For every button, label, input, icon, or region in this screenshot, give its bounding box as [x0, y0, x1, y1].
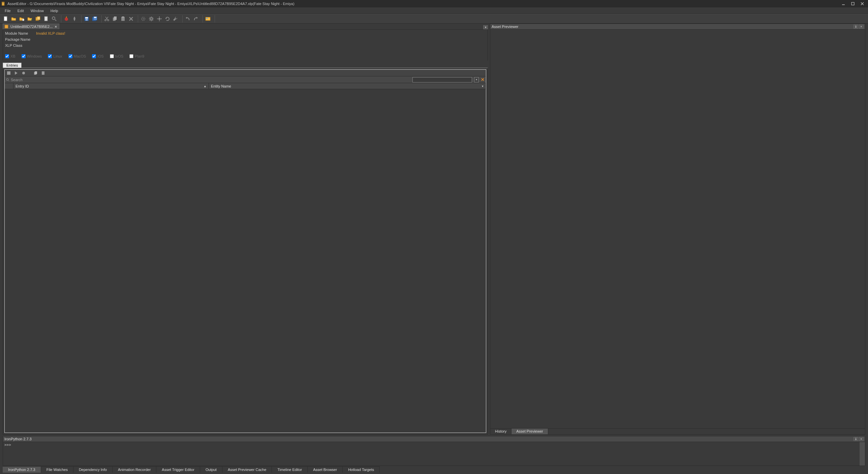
open-folder-button[interactable] — [18, 15, 26, 23]
svg-point-13 — [65, 18, 68, 21]
toolbar-separator-2 — [80, 15, 82, 23]
bottom-tab-animation-recorder[interactable]: Animation Recorder — [113, 466, 156, 473]
save-button[interactable] — [83, 15, 90, 23]
console-pin-button[interactable] — [854, 437, 858, 441]
menu-edit[interactable]: Edit — [15, 8, 27, 13]
main-toolbar — [0, 14, 868, 24]
connect-button[interactable] — [140, 15, 147, 23]
checkbox-macos-label: MacOS — [74, 54, 86, 58]
console-scrollbar[interactable] — [860, 442, 865, 466]
circle-entry-button[interactable] — [21, 70, 26, 76]
svg-line-37 — [150, 17, 150, 18]
filter-input[interactable] — [412, 77, 472, 82]
wrench-button[interactable] — [172, 15, 179, 23]
svg-point-31 — [143, 19, 144, 20]
grid-corner-cell[interactable] — [5, 83, 13, 89]
flame-button[interactable] — [71, 15, 78, 23]
checkbox-ios[interactable] — [92, 54, 96, 58]
svg-rect-16 — [86, 19, 88, 21]
open-multi-button[interactable] — [34, 15, 42, 23]
search-button[interactable] — [51, 15, 58, 23]
bottom-tab-asset-trigger-editor[interactable]: Asset Trigger Editor — [156, 466, 200, 473]
gear-button[interactable] — [148, 15, 155, 23]
checkbox-macos[interactable] — [68, 54, 72, 58]
undo-button[interactable] — [184, 15, 191, 23]
svg-rect-52 — [35, 71, 37, 74]
checkbox-plan9[interactable] — [129, 54, 133, 58]
panel-close-button[interactable]: × — [859, 25, 864, 29]
checkbox-windows[interactable] — [22, 54, 26, 58]
world-builder-button[interactable] — [204, 15, 212, 23]
bottom-tab-asset-previewer-cache[interactable]: Asset Previewer Cache — [222, 466, 272, 473]
copy-entry-button[interactable] — [33, 70, 38, 76]
xlp-class-label: XLP Class — [5, 43, 32, 47]
menu-file[interactable]: File — [2, 8, 13, 13]
svg-point-41 — [158, 18, 160, 20]
new-file-button[interactable] — [2, 15, 9, 23]
svg-rect-3 — [851, 2, 854, 5]
svg-point-11 — [52, 17, 55, 20]
clear-filter-button[interactable]: ✕ — [481, 77, 485, 82]
tab-asset-previewer[interactable]: Asset Previewer — [512, 429, 548, 434]
column-entry-id[interactable]: Entry ID ▲ — [13, 83, 209, 89]
bottom-tab-dependency-info[interactable]: Dependency Info — [73, 466, 113, 473]
add-entry-button[interactable] — [6, 70, 11, 76]
console-body[interactable]: >>> — [3, 442, 865, 466]
svg-rect-27 — [122, 16, 124, 18]
bottom-tab-hotload-targets[interactable]: Hotload Targets — [343, 466, 380, 473]
bottom-tab-ironpython[interactable]: IronPython 2.7.3 — [3, 466, 41, 473]
redo-button[interactable] — [192, 15, 199, 23]
copy-button[interactable] — [111, 15, 119, 23]
play-entry-button[interactable] — [13, 70, 19, 76]
asset-previewer-viewport[interactable]: History Asset Previewer — [490, 30, 865, 434]
column-dropdown-icon: ▾ — [482, 84, 484, 88]
console-title: IronPython 2.7.3 — [4, 437, 32, 441]
cook-button[interactable] — [63, 15, 70, 23]
cut-button[interactable] — [103, 15, 111, 23]
platform-checkboxes: XB Windows Linux MacOS iOS tvOS Plan9 — [5, 53, 486, 60]
open-folder-2-button[interactable] — [26, 15, 34, 23]
bottom-tab-file-watches[interactable]: File Watches — [41, 466, 73, 473]
menu-help[interactable]: Help — [48, 8, 61, 13]
svg-rect-25 — [114, 16, 117, 20]
doc-entry-button[interactable] — [40, 70, 46, 76]
doc-button[interactable] — [42, 15, 50, 23]
tab-history[interactable]: History — [490, 429, 512, 434]
delete-button[interactable] — [127, 15, 135, 23]
paste-button[interactable] — [119, 15, 127, 23]
menu-window[interactable]: Window — [28, 8, 46, 13]
open-file-button[interactable] — [10, 15, 18, 23]
svg-rect-48 — [5, 25, 8, 28]
column-entity-name[interactable]: Entity Name ▾ — [209, 83, 486, 89]
bottom-tab-asset-browser[interactable]: Asset Browser — [308, 466, 343, 473]
save-all-button[interactable] — [91, 15, 98, 23]
console-close-button[interactable]: × — [859, 437, 864, 441]
minimize-button[interactable] — [839, 1, 848, 7]
checkbox-xb-label: XB — [10, 54, 16, 58]
toolbar-separator-7 — [213, 15, 215, 23]
close-tab-icon[interactable]: × — [55, 25, 57, 29]
svg-rect-53 — [42, 71, 44, 75]
filter-dropdown[interactable]: ▾ — [474, 77, 479, 82]
close-button[interactable] — [858, 1, 867, 7]
svg-rect-49 — [7, 71, 10, 75]
bottom-tab-timeline-editor[interactable]: Timeline Editor — [272, 466, 308, 473]
grid-body[interactable] — [5, 89, 486, 433]
panel-pin-button[interactable] — [854, 25, 858, 29]
document-tab[interactable]: Untitled88D72A7B95E2... × — [3, 24, 59, 29]
maximize-button[interactable] — [848, 1, 857, 7]
checkbox-linux-label: Linux — [53, 54, 62, 58]
module-name-value: Invalid XLP class! — [36, 31, 65, 35]
doc-dropdown-button[interactable]: ▾ — [483, 25, 488, 29]
svg-rect-10 — [44, 16, 48, 21]
checkbox-xb[interactable] — [5, 54, 9, 58]
entries-tab[interactable]: Entries — [3, 63, 22, 68]
document-tab-label: Untitled88D72A7B95E2... — [10, 25, 53, 29]
checkbox-tvos[interactable] — [110, 54, 114, 58]
bottom-tab-output[interactable]: Output — [200, 466, 222, 473]
module-name-label: Module Name — [5, 31, 32, 35]
svg-rect-19 — [94, 17, 96, 18]
gear-2-button[interactable] — [156, 15, 163, 23]
refresh-button[interactable] — [164, 15, 171, 23]
checkbox-linux[interactable] — [48, 54, 52, 58]
